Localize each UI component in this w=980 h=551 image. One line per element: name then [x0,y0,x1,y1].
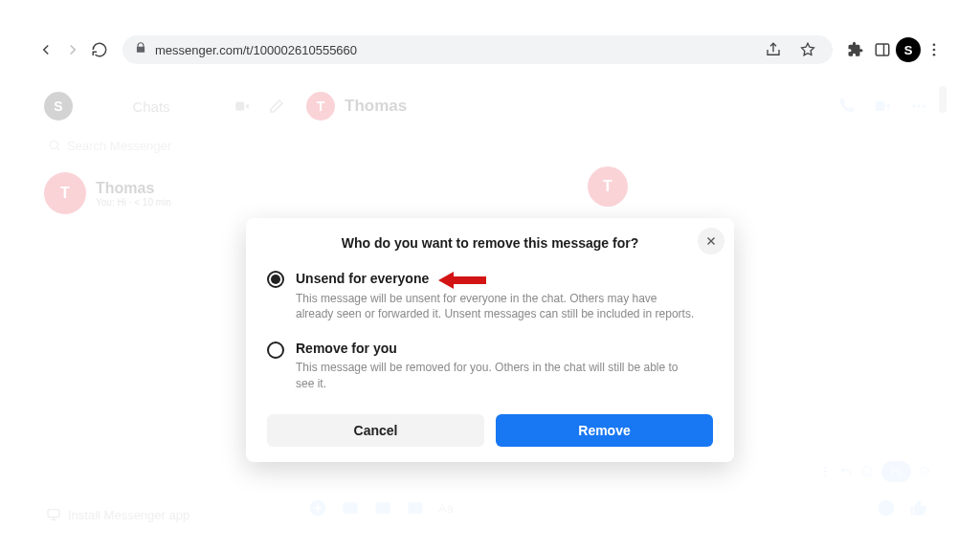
address-bar[interactable]: messenger.com/t/100002610555660 [122,35,833,64]
modal-title: Who do you want to remove this message f… [267,235,713,251]
svg-rect-0 [876,44,889,55]
svg-marker-23 [438,272,486,289]
app-viewport: T Thomas S Chats Search Messenger [33,84,947,530]
forward-button[interactable] [59,36,86,63]
share-icon[interactable] [760,36,787,63]
browser-menu-icon[interactable] [921,36,947,63]
remove-button[interactable]: Remove [496,414,713,447]
option-remove-for-you[interactable]: Remove for you This message will be remo… [267,341,713,390]
option-label: Remove for you [296,341,698,356]
window-frame: messenger.com/t/100002610555660 S T Thom… [0,0,980,551]
bookmark-star-icon[interactable] [794,36,821,63]
modal-actions: Cancel Remove [267,414,713,447]
cancel-button[interactable]: Cancel [267,414,484,447]
close-icon [704,234,718,248]
browser-toolbar: messenger.com/t/100002610555660 S [33,21,947,78]
annotation-arrow-icon [438,270,479,287]
option-description: This message will be removed for you. Ot… [296,360,698,390]
svg-point-2 [933,49,936,52]
modal-close-button[interactable] [698,228,724,254]
back-button[interactable] [33,36,59,63]
url-text: messenger.com/t/100002610555660 [155,43,357,57]
svg-point-3 [933,54,936,56]
radio-unselected[interactable] [267,342,284,359]
svg-point-1 [933,43,936,46]
remove-message-modal: Who do you want to remove this message f… [246,218,734,462]
option-description: This message will be unsent for everyone… [296,291,698,321]
lock-icon [134,41,147,58]
browser-profile-avatar[interactable]: S [896,37,921,62]
panel-icon[interactable] [869,36,896,63]
extensions-icon[interactable] [842,36,869,63]
radio-selected[interactable] [267,271,284,288]
option-label: Unsend for everyone [296,271,429,286]
reload-button[interactable] [86,36,113,63]
option-unsend-everyone[interactable]: Unsend for everyone This message will be… [267,270,713,321]
